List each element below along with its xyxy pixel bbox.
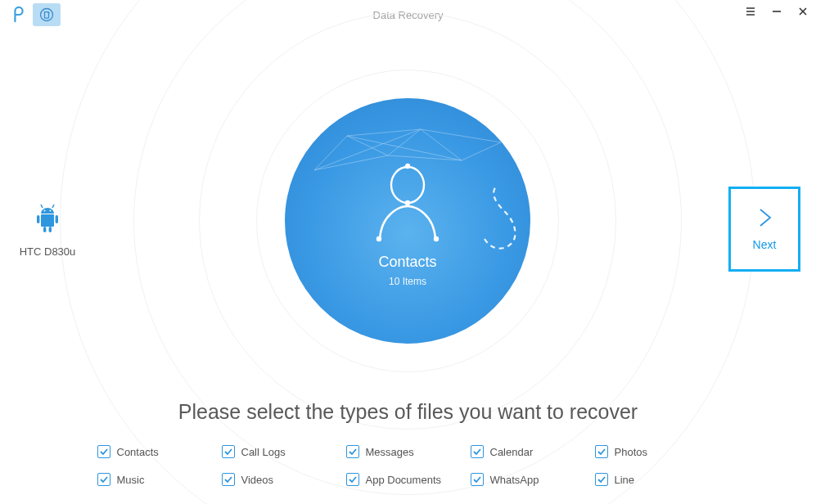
svg-rect-2 bbox=[37, 215, 39, 223]
next-category-peek-icon bbox=[481, 183, 519, 257]
checkbox-icon bbox=[222, 445, 235, 458]
svg-line-7 bbox=[52, 205, 54, 208]
data-recovery-tab-icon[interactable] bbox=[33, 3, 61, 26]
file-type-checkbox-calendar[interactable]: Calendar bbox=[471, 445, 595, 458]
file-type-checkbox-messages[interactable]: Messages bbox=[346, 445, 471, 458]
file-type-grid: Contacts Call Logs Messages Calendar Pho… bbox=[97, 445, 719, 486]
bottom-section: Please select the types of files you wan… bbox=[0, 400, 816, 486]
menu-icon[interactable] bbox=[737, 0, 764, 23]
titlebar-left bbox=[0, 3, 61, 26]
checkbox-icon bbox=[595, 473, 608, 486]
svg-point-13 bbox=[435, 237, 438, 241]
file-type-label: Messages bbox=[366, 446, 414, 458]
checkbox-icon bbox=[595, 445, 608, 458]
checkbox-icon bbox=[471, 445, 484, 458]
titlebar: Data Recovery bbox=[0, 0, 816, 29]
file-type-label: Calendar bbox=[490, 446, 534, 458]
file-type-checkbox-whatsapp[interactable]: WhatsApp bbox=[471, 473, 595, 486]
svg-rect-5 bbox=[49, 227, 52, 232]
window-controls bbox=[737, 0, 816, 23]
file-type-checkbox-videos[interactable]: Videos bbox=[222, 473, 346, 486]
file-type-checkbox-line[interactable]: Line bbox=[595, 473, 719, 486]
checkbox-icon bbox=[97, 445, 110, 458]
file-type-label: Music bbox=[117, 474, 145, 486]
file-type-checkbox-appdocs[interactable]: App Documents bbox=[346, 473, 471, 486]
file-type-checkbox-calllogs[interactable]: Call Logs bbox=[222, 445, 346, 458]
svg-line-6 bbox=[41, 205, 43, 208]
svg-point-8 bbox=[44, 210, 46, 212]
file-type-label: Line bbox=[615, 474, 635, 486]
file-type-checkbox-photos[interactable]: Photos bbox=[595, 445, 719, 458]
category-preview-circle: Contacts 10 Items bbox=[285, 98, 530, 344]
app-logo-icon[interactable] bbox=[5, 3, 33, 26]
svg-point-11 bbox=[406, 201, 409, 205]
checkbox-icon bbox=[222, 473, 235, 486]
device-panel: HTC D830u bbox=[15, 203, 80, 258]
checkbox-icon bbox=[97, 473, 110, 486]
file-type-checkbox-contacts[interactable]: Contacts bbox=[97, 445, 222, 458]
file-type-label: WhatsApp bbox=[490, 474, 539, 486]
svg-rect-3 bbox=[56, 215, 58, 223]
minimize-icon[interactable] bbox=[764, 0, 790, 23]
svg-point-0 bbox=[41, 9, 53, 21]
svg-point-12 bbox=[377, 237, 381, 241]
file-type-checkbox-music[interactable]: Music bbox=[97, 473, 222, 486]
checkbox-icon bbox=[471, 473, 484, 486]
svg-rect-4 bbox=[43, 227, 46, 232]
category-name: Contacts bbox=[378, 254, 436, 271]
contacts-icon bbox=[370, 162, 445, 244]
checkbox-icon bbox=[346, 473, 359, 486]
file-type-label: Contacts bbox=[117, 446, 159, 458]
device-name: HTC D830u bbox=[15, 245, 80, 258]
app-title: Data Recovery bbox=[373, 9, 444, 21]
chevron-right-icon bbox=[754, 207, 775, 228]
file-type-label: Photos bbox=[615, 446, 647, 458]
instruction-text: Please select the types of files you wan… bbox=[0, 400, 816, 424]
category-item-count: 10 Items bbox=[389, 276, 426, 287]
android-icon bbox=[33, 203, 62, 236]
close-icon[interactable] bbox=[790, 0, 816, 23]
svg-point-10 bbox=[406, 164, 409, 168]
next-button-label: Next bbox=[753, 238, 777, 251]
file-type-label: Call Logs bbox=[241, 446, 286, 458]
file-type-label: Videos bbox=[241, 474, 274, 486]
svg-point-9 bbox=[50, 210, 52, 212]
file-type-label: App Documents bbox=[366, 474, 442, 486]
next-button[interactable]: Next bbox=[728, 187, 800, 272]
svg-rect-1 bbox=[41, 214, 54, 227]
checkbox-icon bbox=[346, 445, 359, 458]
